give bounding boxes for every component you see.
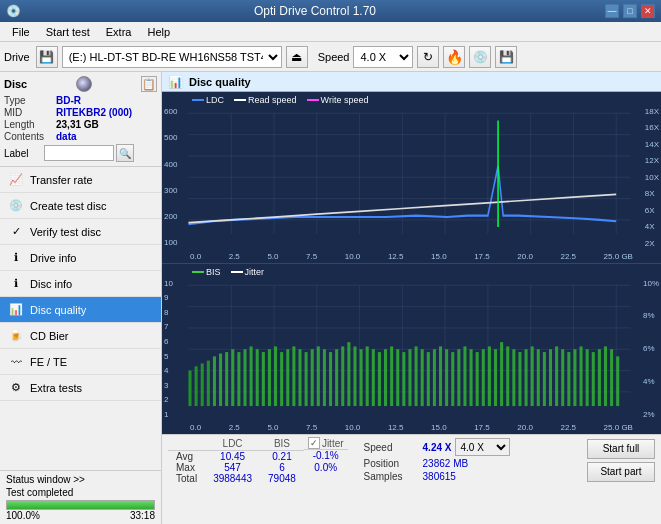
disc-panel: Disc 📋 Type BD-R MID RITEKBR2 (000) Leng… — [0, 72, 161, 167]
sidebar-item-cd-bier[interactable]: 🍺 CD Bier — [0, 323, 161, 349]
total-bis: 79048 — [260, 473, 304, 484]
svg-rect-98 — [586, 349, 589, 406]
svg-rect-53 — [311, 349, 314, 406]
elapsed-time: 33:18 — [130, 510, 155, 521]
avg-ldc: 10.45 — [205, 450, 260, 462]
length-value: 23,31 GB — [56, 119, 99, 130]
verify-test-disc-icon: ✓ — [8, 224, 24, 240]
sidebar-item-drive-info[interactable]: ℹ Drive info — [0, 245, 161, 271]
speed-select[interactable]: 4.0 X — [353, 46, 413, 68]
type-value: BD-R — [56, 95, 81, 106]
sidebar-item-fe-te[interactable]: 〰 FE / TE — [0, 349, 161, 375]
sidebar-item-transfer-rate[interactable]: 📈 Transfer rate — [0, 167, 161, 193]
type-label: Type — [4, 95, 56, 106]
bis-chart-legend: BIS Jitter — [192, 267, 264, 277]
svg-rect-92 — [549, 349, 552, 406]
maximize-button[interactable]: □ — [623, 4, 637, 18]
nav-label-cd-bier: CD Bier — [30, 330, 69, 342]
max-bis: 6 — [260, 462, 304, 473]
sidebar-item-verify-test-disc[interactable]: ✓ Verify test disc — [0, 219, 161, 245]
col-jitter-header: Jitter — [322, 438, 344, 449]
eject-button[interactable]: ⏏ — [286, 46, 308, 68]
label-input[interactable] — [44, 145, 114, 161]
col-bis-header: BIS — [260, 437, 304, 450]
cd-bier-icon: 🍺 — [8, 328, 24, 344]
col-ldc-header: LDC — [205, 437, 260, 450]
charts-area: LDC Read speed Write speed 18X16X14X12X1… — [162, 92, 661, 434]
svg-rect-89 — [531, 346, 534, 406]
sidebar-item-extra-tests[interactable]: ⚙ Extra tests — [0, 375, 161, 401]
svg-rect-95 — [567, 352, 570, 406]
drive-select[interactable]: (E:) HL-DT-ST BD-RE WH16NS58 TST4 — [62, 46, 282, 68]
svg-rect-102 — [610, 349, 613, 406]
svg-rect-34 — [195, 366, 198, 406]
toolbar: Drive 💾 (E:) HL-DT-ST BD-RE WH16NS58 TST… — [0, 42, 661, 72]
refresh-button[interactable]: ↻ — [417, 46, 439, 68]
svg-rect-44 — [256, 349, 259, 406]
save-button[interactable]: 💾 — [495, 46, 517, 68]
speed-col-value: 4.24 X — [423, 442, 452, 453]
jitter-checkbox[interactable]: ✓ — [308, 437, 320, 449]
nav-label-disc-info: Disc info — [30, 278, 72, 290]
length-label: Length — [4, 119, 56, 130]
sidebar-item-disc-info[interactable]: ℹ Disc info — [0, 271, 161, 297]
disc-button[interactable]: 💿 — [469, 46, 491, 68]
avg-bis: 0.21 — [260, 450, 304, 462]
close-button[interactable]: ✕ — [641, 4, 655, 18]
svg-rect-67 — [396, 349, 399, 406]
status-window-button[interactable]: Status window >> — [6, 474, 155, 485]
svg-rect-69 — [408, 349, 411, 406]
nav-label-fe-te: FE / TE — [30, 356, 67, 368]
svg-rect-93 — [555, 346, 558, 406]
svg-rect-60 — [353, 346, 356, 406]
menu-start-test[interactable]: Start test — [38, 24, 98, 40]
progress-bar-container — [6, 500, 155, 510]
disc-title: Disc — [4, 78, 27, 90]
disc-quality-title: Disc quality — [189, 76, 251, 88]
svg-rect-76 — [451, 352, 454, 406]
svg-rect-33 — [188, 370, 191, 406]
menu-file[interactable]: File — [4, 24, 38, 40]
bis-legend-label: BIS — [206, 267, 221, 277]
svg-rect-51 — [298, 349, 301, 406]
speed-col-select[interactable]: 4.0 X — [455, 438, 510, 456]
jitter-legend-label: Jitter — [245, 267, 265, 277]
svg-rect-62 — [366, 346, 369, 406]
start-part-button[interactable]: Start part — [587, 462, 655, 482]
svg-rect-42 — [243, 349, 246, 406]
window-controls: — □ ✕ — [605, 4, 655, 18]
minimize-button[interactable]: — — [605, 4, 619, 18]
menu-extra[interactable]: Extra — [98, 24, 140, 40]
avg-row-label: Avg — [168, 450, 205, 462]
ldc-chart: LDC Read speed Write speed 18X16X14X12X1… — [162, 92, 661, 264]
svg-rect-70 — [415, 346, 418, 406]
svg-rect-84 — [500, 342, 503, 406]
drive-icon-btn[interactable]: 💾 — [36, 46, 58, 68]
burn-button[interactable]: 🔥 — [443, 46, 465, 68]
nav-label-create-test-disc: Create test disc — [30, 200, 106, 212]
disc-length-row: Length 23,31 GB — [4, 119, 157, 130]
create-test-disc-icon: 💿 — [8, 198, 24, 214]
label-icon-button[interactable]: 🔍 — [116, 144, 134, 162]
sidebar-item-create-test-disc[interactable]: 💿 Create test disc — [0, 193, 161, 219]
svg-rect-55 — [323, 349, 326, 406]
svg-rect-81 — [482, 349, 485, 406]
svg-rect-35 — [201, 363, 204, 406]
ldc-chart-legend: LDC Read speed Write speed — [192, 95, 368, 105]
svg-rect-85 — [506, 346, 509, 406]
svg-rect-90 — [537, 349, 540, 406]
svg-rect-99 — [592, 352, 595, 406]
svg-rect-57 — [335, 349, 338, 406]
start-full-button[interactable]: Start full — [587, 439, 655, 459]
menu-help[interactable]: Help — [139, 24, 178, 40]
max-row-label: Max — [168, 462, 205, 473]
disc-action-icon[interactable]: 📋 — [141, 76, 157, 92]
samples-label: Samples — [364, 471, 419, 482]
sidebar-item-disc-quality[interactable]: 📊 Disc quality — [0, 297, 161, 323]
samples-value: 380615 — [423, 471, 456, 482]
progress-bar-fill — [7, 501, 154, 509]
disc-mid-row: MID RITEKBR2 (000) — [4, 107, 157, 118]
svg-rect-63 — [372, 349, 375, 406]
position-value: 23862 MB — [423, 458, 469, 469]
status-bar: Status window >> Test completed 100.0% 3… — [0, 470, 161, 524]
